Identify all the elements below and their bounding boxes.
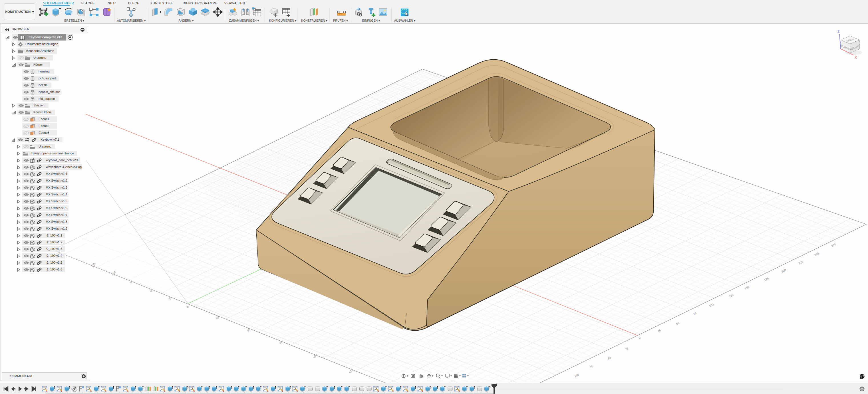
- svg-text:100: 100: [708, 303, 714, 308]
- svg-text:75: 75: [589, 365, 594, 369]
- svg-text:25: 25: [657, 329, 661, 333]
- svg-text:200: 200: [781, 268, 787, 273]
- svg-text:250: 250: [814, 252, 819, 257]
- svg-text:75: 75: [693, 311, 697, 316]
- svg-text:275: 275: [831, 242, 837, 248]
- svg-text:150: 150: [744, 285, 750, 290]
- svg-text:100: 100: [574, 373, 580, 378]
- svg-text:X: X: [855, 56, 857, 60]
- svg-text:25: 25: [624, 347, 629, 351]
- svg-text:0: 0: [638, 336, 641, 339]
- svg-text:0: 0: [186, 305, 189, 308]
- svg-text:175: 175: [764, 277, 769, 282]
- svg-text:50: 50: [676, 321, 680, 326]
- svg-text:225: 225: [798, 260, 804, 265]
- svg-text:50: 50: [607, 356, 611, 360]
- svg-text:125: 125: [728, 293, 734, 298]
- svg-text:Z: Z: [837, 29, 839, 33]
